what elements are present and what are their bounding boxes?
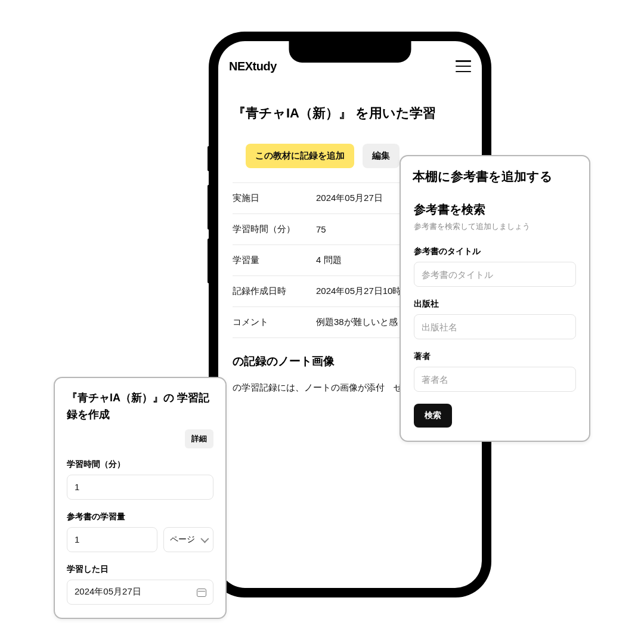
create-record-card: 『青チャIA（新）』の 学習記録を作成 詳細 学習時間（分） 参考書の学習量 ペ…	[54, 377, 227, 619]
author-label: 著者	[414, 351, 576, 362]
phone-notch	[289, 41, 411, 63]
detail-label: 記録作成日時	[233, 286, 316, 297]
detail-label: 学習量	[233, 255, 316, 266]
phone-side-button	[208, 185, 210, 230]
search-title: 参考書を検索	[414, 202, 576, 218]
detail-label: コメント	[233, 317, 316, 328]
publisher-input[interactable]	[414, 314, 576, 339]
title-label: 参考書のタイトル	[414, 246, 576, 257]
amount-label: 参考書の学習量	[67, 512, 213, 522]
phone-side-button	[208, 146, 210, 171]
add-reference-card: 本棚に参考書を追加する 参考書を検索 参考書を検索して追加しましょう 参考書のタ…	[400, 155, 590, 442]
menu-icon[interactable]	[456, 60, 471, 72]
card-heading: 本棚に参考書を追加する	[413, 168, 577, 185]
search-subtitle: 参考書を検索して追加しましょう	[414, 221, 576, 232]
unit-select[interactable]: ページ	[163, 527, 213, 552]
detail-button[interactable]: 詳細	[185, 429, 213, 448]
search-section: 参考書を検索 参考書を検索して追加しましょう 参考書のタイトル 出版社 著者 検…	[413, 202, 577, 428]
author-input[interactable]	[414, 367, 576, 392]
brand-logo: NEXtudy	[229, 60, 277, 73]
add-record-button[interactable]: この教材に記録を追加	[246, 144, 354, 168]
date-input[interactable]	[67, 580, 213, 605]
unit-select-label: ページ	[170, 534, 195, 545]
date-label: 学習した日	[67, 564, 213, 575]
chevron-down-icon	[200, 534, 209, 543]
page-title: 『青チャIA（新）』 を用いた学習	[233, 103, 467, 123]
duration-label: 学習時間（分）	[67, 459, 213, 470]
phone-side-button	[208, 239, 210, 283]
detail-label: 学習時間（分）	[233, 224, 316, 235]
search-button[interactable]: 検索	[414, 404, 452, 428]
title-input[interactable]	[414, 262, 576, 287]
publisher-label: 出版社	[414, 299, 576, 309]
detail-label: 実施日	[233, 193, 316, 204]
amount-input[interactable]	[67, 527, 157, 552]
card-heading: 『青チャIA（新）』の 学習記録を作成	[67, 390, 213, 423]
duration-input[interactable]	[67, 475, 213, 500]
edit-button[interactable]: 編集	[363, 144, 400, 168]
